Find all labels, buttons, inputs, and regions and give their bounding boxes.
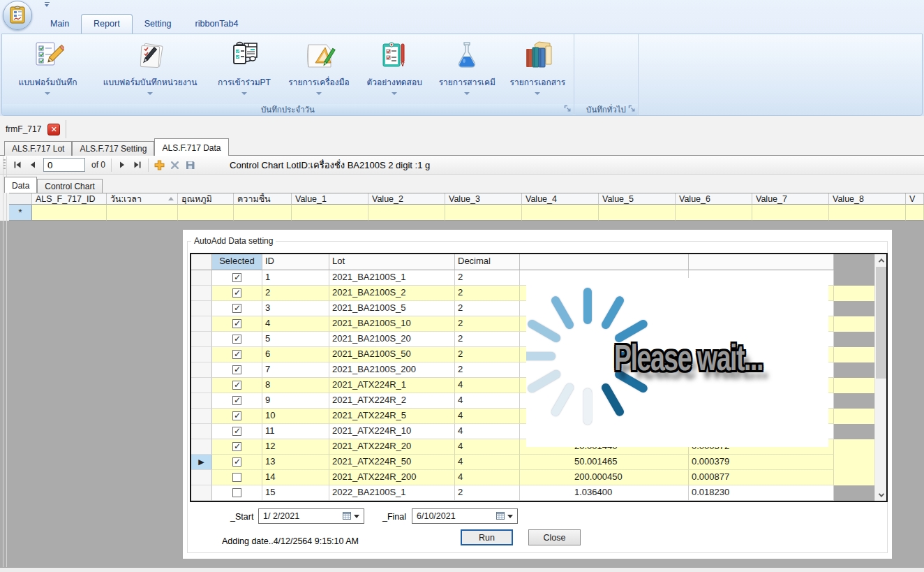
move-last-button[interactable] — [130, 157, 145, 173]
lot-cell[interactable]: 2021_BA2100S_10 — [329, 316, 455, 332]
selected-checkbox[interactable] — [212, 347, 262, 362]
value-cell[interactable]: 1.036400 — [520, 485, 689, 501]
lot-cell[interactable]: 2021_ATX224R_1 — [329, 378, 455, 393]
checked-checkbox-icon[interactable] — [232, 381, 241, 390]
column-header[interactable]: Lot — [329, 254, 455, 270]
lot-cell[interactable]: 2021_BA2100S_200 — [329, 362, 455, 378]
row-selector[interactable] — [191, 424, 212, 439]
id-cell[interactable]: 3 — [262, 301, 329, 316]
lot-cell[interactable]: 2021_ATX224R_2 — [329, 393, 455, 409]
tab-als-f717-setting[interactable]: ALS.F.717 Setting — [72, 141, 154, 156]
scroll-up-icon[interactable] — [875, 254, 887, 266]
decimal-cell[interactable]: 4 — [455, 393, 520, 409]
checked-checkbox-icon[interactable] — [232, 304, 241, 313]
grid-cell[interactable] — [32, 205, 107, 221]
ribbon-tab-setting[interactable]: Setting — [133, 15, 184, 34]
id-cell[interactable]: 5 — [262, 332, 329, 347]
grid-cell[interactable] — [107, 205, 178, 221]
checked-checkbox-icon[interactable] — [232, 411, 241, 420]
id-cell[interactable]: 14 — [262, 470, 329, 485]
id-cell[interactable]: 10 — [262, 409, 329, 424]
test-sample-button[interactable]: ตัวอย่างทดสอบ — [358, 36, 431, 104]
decimal-cell[interactable]: 4 — [455, 455, 520, 470]
decimal-cell[interactable]: 2 — [455, 286, 520, 301]
row-selector[interactable] — [191, 301, 212, 316]
decimal-cell[interactable]: 4 — [455, 424, 520, 439]
checked-checkbox-icon[interactable] — [232, 319, 241, 328]
id-cell[interactable]: 8 — [262, 378, 329, 393]
scrollbar-thumb[interactable] — [876, 267, 886, 379]
value-cell[interactable]: 200.000450 — [520, 470, 689, 485]
row-selector[interactable] — [191, 347, 212, 362]
lot-cell[interactable]: 2022_BA2100S_1 — [329, 485, 455, 501]
row-selector[interactable] — [191, 439, 212, 455]
id-cell[interactable]: 6 — [262, 347, 329, 362]
grid-cell[interactable] — [178, 205, 234, 221]
column-header[interactable] — [520, 254, 689, 270]
start-date-picker[interactable]: 1/ 2/2021 — [258, 508, 364, 524]
decimal-cell[interactable]: 2 — [455, 270, 520, 286]
column-header[interactable] — [689, 254, 834, 270]
grid-cell[interactable] — [906, 205, 924, 221]
checked-checkbox-icon[interactable] — [232, 273, 241, 282]
row-selector[interactable] — [191, 286, 212, 301]
id-cell[interactable]: 2 — [262, 286, 329, 301]
ribbon-tab-report[interactable]: Report — [81, 14, 133, 34]
column-header[interactable]: ALS_F_717_ID — [32, 193, 107, 205]
checked-checkbox-icon[interactable] — [232, 396, 241, 405]
quick-access-toolbar-dropdown[interactable] — [42, 1, 52, 9]
selected-checkbox[interactable] — [212, 470, 262, 485]
tab-als-f717-data[interactable]: ALS.F.717 Data — [154, 138, 228, 156]
decimal-cell[interactable]: 4 — [455, 439, 520, 455]
decimal-cell[interactable]: 4 — [455, 470, 520, 485]
column-header[interactable]: ID — [262, 254, 329, 270]
grid-cell[interactable] — [676, 205, 752, 221]
ribbon-tab-ribbontab4[interactable]: ribbonTab4 — [184, 15, 251, 34]
lot-cell[interactable]: 2021_BA2100S_50 — [329, 347, 455, 362]
instrument-list-button[interactable]: รายการเครื่องมือ — [281, 36, 358, 104]
column-header[interactable]: Selected — [212, 254, 262, 270]
run-button[interactable]: Run — [461, 529, 513, 545]
checked-checkbox-icon[interactable] — [232, 427, 241, 436]
sd-cell[interactable]: 0.000379 — [689, 455, 834, 470]
tab-data[interactable]: Data — [4, 177, 37, 193]
decimal-cell[interactable]: 2 — [455, 347, 520, 362]
pt-participation-button[interactable]: การเข้าร่วมPT — [208, 36, 280, 104]
selected-checkbox[interactable] — [212, 424, 262, 439]
column-header[interactable]: Value_2 — [368, 193, 445, 205]
lot-cell[interactable]: 2021_BA2100S_5 — [329, 301, 455, 316]
close-button[interactable]: Close — [528, 529, 581, 545]
close-tab-icon[interactable]: ✕ — [47, 124, 60, 135]
decimal-cell[interactable]: 4 — [455, 378, 520, 393]
column-header[interactable]: Decimal — [455, 254, 520, 270]
scroll-down-icon[interactable] — [875, 489, 887, 501]
dialog-launcher-icon[interactable] — [564, 105, 572, 114]
record-form-button[interactable]: แบบฟอร์มบันทึก — [3, 36, 92, 104]
dialog-launcher-icon[interactable] — [628, 105, 636, 114]
decimal-cell[interactable]: 2 — [455, 485, 520, 501]
sd-cell[interactable]: 0.000877 — [689, 470, 834, 485]
lot-cell[interactable]: 2021_ATX224R_20 — [329, 439, 455, 455]
selected-checkbox[interactable] — [212, 485, 262, 501]
lot-cell[interactable]: 2021_ATX224R_200 — [329, 470, 455, 485]
tab-als-f717-lot[interactable]: ALS.F.717 Lot — [4, 141, 72, 156]
decimal-cell[interactable]: 2 — [455, 316, 520, 332]
row-selector[interactable] — [191, 362, 212, 378]
grid-cell[interactable] — [445, 205, 522, 221]
row-selector-header[interactable] — [191, 254, 212, 270]
lot-cell[interactable]: 2021_ATX224R_5 — [329, 409, 455, 424]
selected-checkbox[interactable] — [212, 332, 262, 347]
delete-button[interactable] — [167, 157, 182, 173]
unchecked-checkbox-icon[interactable] — [232, 473, 241, 482]
decimal-cell[interactable]: 2 — [455, 332, 520, 347]
checked-checkbox-icon[interactable] — [232, 442, 241, 451]
decimal-cell[interactable]: 2 — [455, 301, 520, 316]
unchecked-checkbox-icon[interactable] — [232, 488, 241, 497]
column-header[interactable]: Value_3 — [445, 193, 522, 205]
column-header[interactable]: Value_5 — [599, 193, 676, 205]
selected-checkbox[interactable] — [212, 270, 262, 286]
id-cell[interactable]: 1 — [262, 270, 329, 286]
id-cell[interactable]: 13 — [262, 455, 329, 470]
autoadd-row[interactable]: 152022_BA2100S_121.0364000.018230 — [191, 485, 886, 501]
column-header[interactable]: อุณหภูมิ — [178, 193, 234, 205]
